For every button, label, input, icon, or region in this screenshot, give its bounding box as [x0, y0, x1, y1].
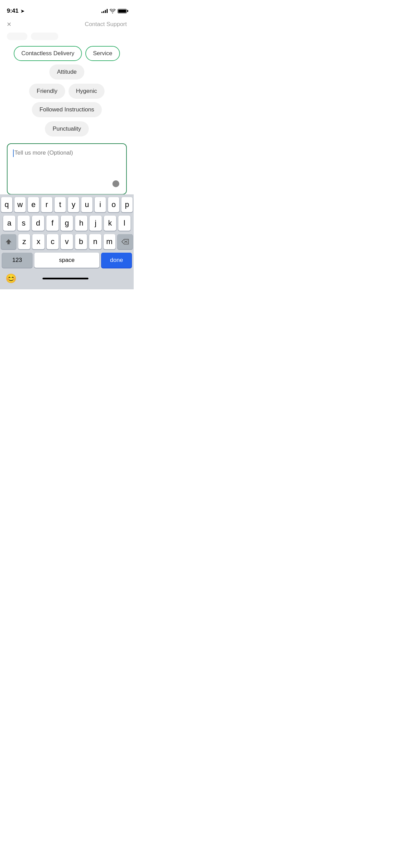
- key-b[interactable]: b: [75, 234, 87, 249]
- key-a[interactable]: a: [3, 216, 15, 231]
- chips-row-2: Friendly Hygenic Followed Instructions: [7, 84, 127, 117]
- shift-icon: [5, 238, 12, 245]
- key-k[interactable]: k: [104, 216, 116, 231]
- keyboard-rows: q w e r t y u i o p a s d f g h j k l: [0, 194, 134, 271]
- key-d[interactable]: d: [32, 216, 44, 231]
- shift-key[interactable]: [1, 234, 16, 249]
- key-f[interactable]: f: [46, 216, 59, 231]
- key-x[interactable]: x: [32, 234, 44, 249]
- key-j[interactable]: j: [89, 216, 102, 231]
- text-cursor: [13, 149, 14, 157]
- backspace-key[interactable]: [118, 234, 133, 249]
- chip-punctuality[interactable]: Punctuality: [45, 121, 88, 136]
- key-done[interactable]: done: [101, 253, 132, 268]
- emoji-button[interactable]: 😊: [5, 273, 16, 284]
- navigation-arrow-icon: ➤: [21, 9, 24, 14]
- key-z[interactable]: z: [18, 234, 30, 249]
- key-p[interactable]: p: [121, 197, 133, 212]
- home-indicator: [42, 278, 88, 279]
- backspace-icon: [121, 239, 129, 244]
- keyboard-bottom-bar: 😊: [0, 271, 134, 289]
- keyboard: q w e r t y u i o p a s d f g h j k l: [0, 194, 134, 289]
- keyboard-row-2: a s d f g h j k l: [1, 216, 133, 231]
- chip-followed-instructions[interactable]: Followed Instructions: [32, 102, 102, 117]
- keyboard-row-3: z x c v b n m: [1, 234, 133, 249]
- status-bar: 9:41 ➤: [0, 0, 134, 17]
- status-icons: [101, 9, 127, 13]
- key-e[interactable]: e: [28, 197, 39, 212]
- key-l[interactable]: l: [118, 216, 131, 231]
- feedback-textarea[interactable]: [13, 149, 121, 189]
- key-o[interactable]: o: [108, 197, 119, 212]
- chips-row-3: Punctuality: [7, 121, 127, 136]
- feedback-textarea-container: [7, 143, 127, 195]
- key-y[interactable]: y: [68, 197, 79, 212]
- signal-icon: [101, 9, 108, 13]
- key-h[interactable]: h: [75, 216, 87, 231]
- key-c[interactable]: c: [47, 234, 59, 249]
- key-g[interactable]: g: [61, 216, 73, 231]
- key-space[interactable]: space: [34, 253, 99, 268]
- chips-row-1: Contactless Delivery Service Attitude: [7, 46, 127, 80]
- close-button[interactable]: ×: [7, 21, 11, 28]
- keyboard-row-4: 123 space done: [1, 253, 133, 268]
- chip-contactless-delivery[interactable]: Contactless Delivery: [14, 46, 82, 61]
- key-w[interactable]: w: [14, 197, 26, 212]
- key-u[interactable]: u: [81, 197, 93, 212]
- key-m[interactable]: m: [104, 234, 116, 249]
- chip-attitude[interactable]: Attitude: [49, 64, 84, 80]
- nav-bar: × Contact Support: [0, 17, 134, 32]
- key-numbers[interactable]: 123: [2, 253, 32, 268]
- chips-partial-row: [7, 32, 127, 41]
- chips-area: Contactless Delivery Service Attitude Fr…: [0, 32, 134, 136]
- key-n[interactable]: n: [89, 234, 101, 249]
- status-time: 9:41 ➤: [7, 8, 24, 14]
- battery-icon: [118, 9, 127, 13]
- chip-hygenic[interactable]: Hygenic: [69, 84, 105, 99]
- chip-service[interactable]: Service: [85, 46, 120, 61]
- keyboard-row-1: q w e r t y u i o p: [1, 197, 133, 212]
- wifi-icon: [110, 9, 116, 13]
- drag-handle[interactable]: [112, 180, 119, 187]
- key-t[interactable]: t: [54, 197, 66, 212]
- key-q[interactable]: q: [1, 197, 12, 212]
- contact-support-button[interactable]: Contact Support: [85, 21, 127, 28]
- key-i[interactable]: i: [95, 197, 106, 212]
- key-v[interactable]: v: [61, 234, 73, 249]
- key-s[interactable]: s: [17, 216, 30, 231]
- chip-friendly[interactable]: Friendly: [29, 84, 65, 99]
- key-r[interactable]: r: [41, 197, 52, 212]
- time-label: 9:41: [7, 8, 19, 14]
